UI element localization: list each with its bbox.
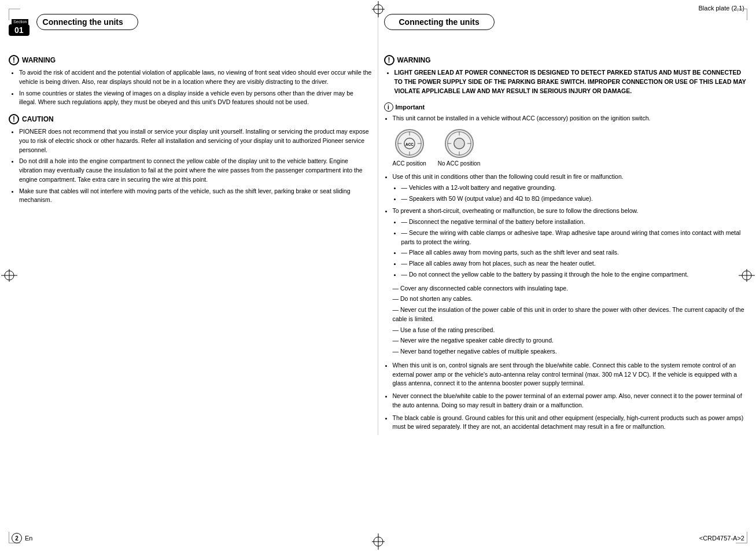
left-sub-item-1-1: Vehicles with a 12-volt battery and nega… <box>401 183 748 193</box>
right-bullet-item-1: When this unit is on, control signals ar… <box>393 361 748 388</box>
warning-icon-1: ! <box>9 55 19 65</box>
caution-item-2: Do not drill a hole into the engine comp… <box>19 157 372 184</box>
important-block: i Important This unit cannot be installe… <box>384 102 748 123</box>
warning-bold-item: LIGHT GREEN LEAD AT POWER CONNECTOR IS D… <box>394 68 748 95</box>
left-section-title: Connecting the units <box>36 14 138 30</box>
left-sub-item-1-2: Speakers with 50 W (output value) and 4Ω… <box>401 194 748 204</box>
left-bullet-item-1: Use of this unit in conditions other tha… <box>393 172 748 203</box>
left-sub-list-1: Vehicles with a 12-volt battery and nega… <box>393 183 748 204</box>
left-sub-item-2-4: Place all cables away from hot places, s… <box>401 259 748 268</box>
acc-circle: ACC <box>395 129 424 158</box>
left-bullet-list: Use of this unit in conditions other tha… <box>384 172 748 279</box>
warning-item-1-1: To avoid the risk of accident and the po… <box>19 68 372 87</box>
right-sub-item-6: Never band together negative cables of m… <box>384 347 748 356</box>
main-content: Section 01 Connecting the units ! WARNIN… <box>0 14 756 435</box>
left-sub-item-2-5: Do not connect the yellow cable to the b… <box>401 270 748 279</box>
acc-position-item: ACC ACC position <box>393 129 426 167</box>
warning-item-1-2: In some countries or states the viewing … <box>19 89 372 108</box>
caution-title: ! CAUTION <box>9 114 372 124</box>
warning-list-1: To avoid the risk of accident and the po… <box>9 68 372 107</box>
no-acc-position-item: No ACC position <box>438 129 480 167</box>
no-acc-position-label: No ACC position <box>438 160 480 167</box>
important-icon: i <box>384 102 393 112</box>
right-column: Connecting the units ! WARNING LIGHT GRE… <box>378 14 748 435</box>
page: Black plate (2,1) Section 01 Connecting … <box>0 0 756 552</box>
warning-list-2: LIGHT GREEN LEAD AT POWER CONNECTOR IS D… <box>384 68 748 95</box>
crop-mark-tr <box>736 9 747 20</box>
right-sub-item-2: Do not shorten any cables. <box>384 295 748 304</box>
right-bullet-item-2: Never connect the blue/white cable to th… <box>393 392 748 410</box>
warning-block-1: ! WARNING To avoid the risk of accident … <box>9 55 372 107</box>
left-sub-item-2-2: Secure the wiring with cable clamps or a… <box>401 229 748 247</box>
right-sub-item-1: Cover any disconnected cable connectors … <box>384 284 748 293</box>
important-item-1: This unit cannot be installed in a vehic… <box>393 114 748 123</box>
svg-point-20 <box>453 138 464 149</box>
left-column: Section 01 Connecting the units ! WARNIN… <box>9 14 378 435</box>
right-bullet-list: When this unit is on, control signals ar… <box>384 361 748 432</box>
caution-item-3: Make sure that cables will not interfere… <box>19 187 372 205</box>
important-list: This unit cannot be installed in a vehic… <box>384 114 748 123</box>
section-number: 01 <box>9 24 29 36</box>
reg-mark-left <box>1 269 17 283</box>
caution-block: ! CAUTION PIONEER does not recommend tha… <box>9 114 372 205</box>
page-lang: En <box>25 535 32 542</box>
left-sub-list-2: Disconnect the negative terminal of the … <box>393 218 748 279</box>
warning-title-1: ! WARNING <box>9 55 372 65</box>
footer: 2 En <CRD4757-A>2 <box>0 533 756 543</box>
left-sub-item-2-3: Place all cables away from moving parts,… <box>401 248 748 257</box>
right-section-header: Connecting the units <box>384 14 748 41</box>
left-section-header: Section 01 Connecting the units <box>9 14 372 41</box>
warning-block-2: ! WARNING LIGHT GREEN LEAD AT POWER CONN… <box>384 55 748 95</box>
warning-title-2: ! WARNING <box>384 55 748 65</box>
reg-mark-top <box>372 1 385 19</box>
important-title: i Important <box>384 102 748 112</box>
right-sub-item-4: Use a fuse of the rating prescribed. <box>384 326 748 335</box>
right-bullet-item-3: The black cable is ground. Ground cables… <box>393 414 748 432</box>
right-sub-list: Cover any disconnected cable connectors … <box>384 284 748 356</box>
left-sub-item-2-1: Disconnect the negative terminal of the … <box>401 218 748 227</box>
reg-mark-right <box>739 269 755 283</box>
left-bullet-item-2: To prevent a short-circuit, overheating … <box>393 207 748 279</box>
crop-mark-tl <box>9 9 20 20</box>
caution-icon: ! <box>9 114 19 124</box>
no-acc-circle <box>445 129 474 158</box>
right-content: ! WARNING LIGHT GREEN LEAD AT POWER CONN… <box>384 49 748 432</box>
right-sub-item-5: Never wire the negative speaker cable di… <box>384 336 748 345</box>
page-circle: 2 <box>12 533 22 543</box>
footer-code: <CRD4757-A>2 <box>699 535 744 542</box>
right-section-title: Connecting the units <box>384 14 495 30</box>
page-number-area: 2 En <box>12 533 32 543</box>
left-content: ! WARNING To avoid the risk of accident … <box>9 49 372 205</box>
right-sub-item-3: Never cut the insulation of the power ca… <box>384 306 748 324</box>
acc-position-label: ACC position <box>393 160 426 167</box>
caution-item-1: PIONEER does not recommend that you inst… <box>19 127 372 154</box>
caution-list: PIONEER does not recommend that you inst… <box>9 127 372 205</box>
acc-images: ACC ACC position <box>393 129 748 167</box>
warning-icon-2: ! <box>384 55 394 65</box>
svg-text:ACC: ACC <box>405 142 414 146</box>
